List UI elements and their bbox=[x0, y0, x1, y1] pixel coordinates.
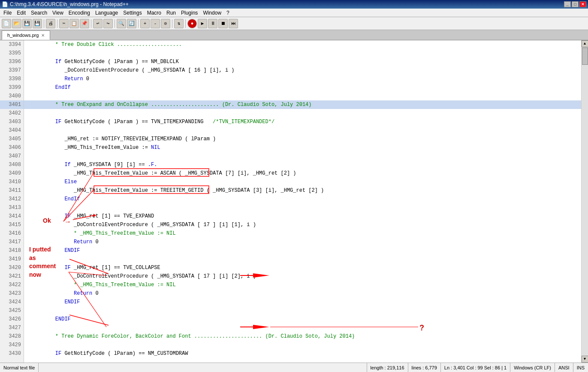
toolbar-find[interactable]: 🔍 bbox=[117, 19, 126, 28]
code-line-3416: * _HMG_This_TreeItem_Value := NIL bbox=[24, 229, 581, 238]
code-area[interactable]: * Tree Double Click ....................… bbox=[24, 40, 581, 363]
line-number-3416: 3416 bbox=[0, 229, 24, 238]
code-line-3407 bbox=[24, 152, 581, 160]
status-lines: lines : 6,779 bbox=[408, 363, 441, 372]
menu-settings[interactable]: Settings bbox=[121, 9, 144, 17]
tab-close-icon[interactable]: ✕ bbox=[41, 33, 45, 38]
code-line-3426: ENDIF bbox=[24, 315, 581, 324]
line-number-3430: 3430 bbox=[0, 349, 24, 358]
close-button[interactable]: ✕ bbox=[579, 1, 586, 7]
maximize-button[interactable]: □ bbox=[572, 1, 579, 7]
scroll-thumb[interactable] bbox=[582, 48, 588, 65]
toolbar-zoomin[interactable]: + bbox=[140, 19, 150, 28]
code-line-3430: IF GetNotifyCode ( lParam) == NM_CUSTOMD… bbox=[24, 349, 581, 358]
toolbar-save[interactable]: 💾 bbox=[22, 19, 32, 28]
code-line-3417: Return 0 bbox=[24, 238, 581, 246]
line-number-3401: 3401 bbox=[0, 100, 24, 109]
code-line-3427 bbox=[24, 324, 581, 332]
status-length: length : 219,116 bbox=[367, 363, 408, 372]
code-line-3404 bbox=[24, 126, 581, 135]
line-number-3404: 3404 bbox=[0, 126, 24, 135]
toolbar-b3[interactable]: ⏹ bbox=[218, 19, 228, 28]
toolbar-new[interactable]: 📄 bbox=[2, 19, 11, 28]
app-icon: 📄 bbox=[2, 1, 8, 7]
status-position: Ln : 3,401 Col : 99 Sel : 86 | 1 bbox=[441, 363, 510, 372]
toolbar-sep1 bbox=[44, 19, 44, 28]
line-number-3428: 3428 bbox=[0, 332, 24, 341]
toolbar-saveall[interactable]: 💾 bbox=[33, 19, 42, 28]
code-line-3429 bbox=[24, 341, 581, 349]
vertical-scrollbar[interactable]: ▲ ▼ bbox=[581, 40, 588, 363]
line-number-3400: 3400 bbox=[0, 92, 24, 100]
toolbar-restorezoom[interactable]: ⊙ bbox=[161, 19, 170, 28]
toolbar-run[interactable]: ● bbox=[187, 19, 197, 28]
toolbar-sep5 bbox=[138, 19, 139, 28]
code-line-3421: _DoControlEventProcedure ( _HMG_SYSDATA … bbox=[24, 272, 581, 281]
code-line-3401: * Tree OnExpand and OnCollapse .........… bbox=[24, 100, 581, 109]
line-number-3422: 3422 bbox=[0, 281, 24, 289]
code-line-3398: Return 0 bbox=[24, 75, 581, 83]
scroll-up-arrow[interactable]: ▲ bbox=[582, 40, 588, 47]
menu-macro[interactable]: Macro bbox=[145, 9, 164, 17]
toolbar-zoomout[interactable]: - bbox=[151, 19, 160, 28]
menu-encoding[interactable]: Encoding bbox=[66, 9, 93, 17]
status-spacer bbox=[39, 363, 367, 372]
toolbar-b4[interactable]: ⏭ bbox=[229, 19, 238, 28]
toolbar-cut[interactable]: ✂ bbox=[59, 19, 69, 28]
title-bar-controls[interactable]: _ □ ✕ bbox=[564, 1, 586, 7]
menu-language[interactable]: Language bbox=[93, 9, 121, 17]
line-number-3409: 3409 bbox=[0, 169, 24, 178]
toolbar-b2[interactable]: ⏸ bbox=[208, 19, 217, 28]
status-line-ending: Windows (CR LF) bbox=[510, 363, 555, 372]
code-line-3415: _DoControlEventProcedure ( _HMG_SYSDATA … bbox=[24, 221, 581, 229]
toolbar-open[interactable]: 📂 bbox=[12, 19, 21, 28]
toolbar-undo[interactable]: ↩ bbox=[93, 19, 103, 28]
toolbar-sep3 bbox=[91, 19, 91, 28]
line-number-3406: 3406 bbox=[0, 143, 24, 152]
toolbar-sep2 bbox=[57, 19, 57, 28]
toolbar-print[interactable]: 🖨 bbox=[46, 19, 55, 28]
line-number-3399: 3399 bbox=[0, 83, 24, 92]
toolbar-paste[interactable]: 📌 bbox=[80, 19, 89, 28]
line-number-3405: 3405 bbox=[0, 135, 24, 143]
toolbar-b1[interactable]: ▶ bbox=[198, 19, 207, 28]
line-number-3426: 3426 bbox=[0, 315, 24, 324]
code-line-3411: _HMG_This_TreeItem_Value := TREEITEM_GET… bbox=[24, 186, 581, 195]
toolbar-replace[interactable]: 🔄 bbox=[127, 19, 136, 28]
menu-search[interactable]: Search bbox=[28, 9, 50, 17]
line-number-3414: 3414 bbox=[0, 212, 24, 221]
code-line-3419 bbox=[24, 255, 581, 263]
code-line-3425 bbox=[24, 306, 581, 315]
scroll-down-arrow[interactable]: ▼ bbox=[582, 356, 588, 363]
code-line-3402 bbox=[24, 109, 581, 118]
toolbar: 📄 📂 💾 💾 🖨 ✂ 📋 📌 ↩ ↪ 🔍 🔄 + - ⊙ ⇅ ● ▶ ⏸ ⏹ … bbox=[0, 17, 588, 30]
menu-view[interactable]: View bbox=[50, 9, 66, 17]
line-number-3425: 3425 bbox=[0, 306, 24, 315]
menu-window[interactable]: Window bbox=[200, 9, 224, 17]
code-line-3412: EndIf bbox=[24, 195, 581, 203]
menu-edit[interactable]: Edit bbox=[14, 9, 28, 17]
title-bar: 📄 C:\hmg.3.4.4\SOURCE\h_windows.prg - No… bbox=[0, 0, 588, 9]
menu-help[interactable]: ? bbox=[224, 9, 232, 17]
toolbar-sep4 bbox=[115, 19, 115, 28]
minimize-button[interactable]: _ bbox=[564, 1, 571, 7]
code-line-3428: * Tree Dynamic ForeColor, BackColor and … bbox=[24, 332, 581, 341]
line-number-3396: 3396 bbox=[0, 57, 24, 66]
toolbar-redo[interactable]: ↪ bbox=[103, 19, 113, 28]
line-number-3402: 3402 bbox=[0, 109, 24, 118]
toolbar-copy[interactable]: 📋 bbox=[69, 19, 79, 28]
code-line-3410: Else bbox=[24, 178, 581, 186]
tab-h-windows[interactable]: h_windows.prg ✕ bbox=[2, 30, 50, 40]
code-line-3394: * Tree Double Click ....................… bbox=[24, 40, 581, 49]
line-number-3407: 3407 bbox=[0, 152, 24, 160]
line-number-3395: 3395 bbox=[0, 49, 24, 57]
menu-file[interactable]: File bbox=[1, 9, 14, 17]
menu-plugins[interactable]: Plugins bbox=[178, 9, 200, 17]
scroll-track[interactable] bbox=[582, 47, 588, 356]
menu-run[interactable]: Run bbox=[164, 9, 178, 17]
tab-bar: h_windows.prg ✕ bbox=[0, 30, 588, 40]
toolbar-syncscroll[interactable]: ⇅ bbox=[174, 19, 184, 28]
line-number-3429: 3429 bbox=[0, 341, 24, 349]
code-line-3423: Return 0 bbox=[24, 289, 581, 298]
status-file-type: Normal text file bbox=[0, 363, 39, 372]
